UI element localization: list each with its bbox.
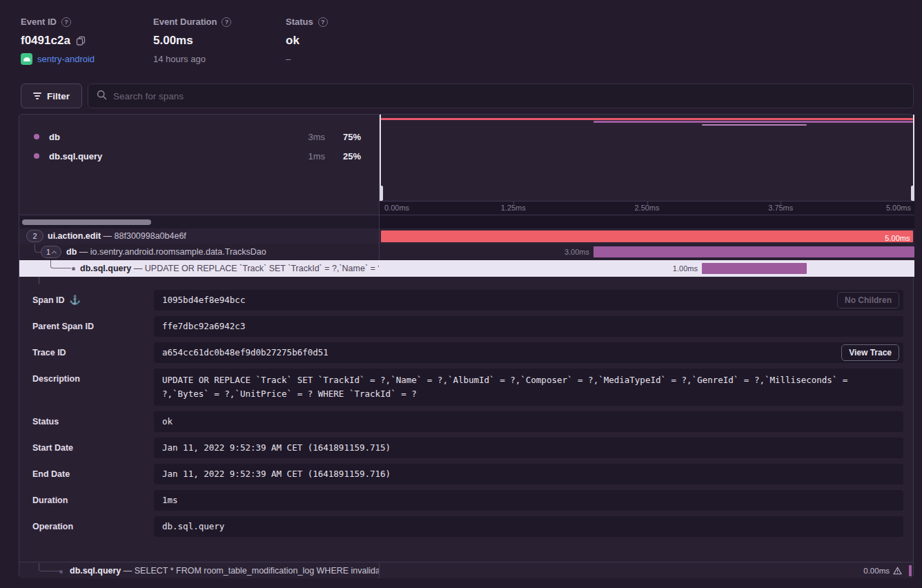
field-value-box: ffe7dbc92a6942c3 xyxy=(154,316,903,337)
status-sub-value: – xyxy=(286,54,328,64)
operation-field-value: db.sql.query xyxy=(154,516,903,537)
field-value-box: UPDATE OR REPLACE `Track` SET `TrackId` … xyxy=(154,369,903,406)
search-icon xyxy=(97,90,107,103)
op-breakdown-legend: db 3ms 75% db.sql.query 1ms 25% xyxy=(19,115,379,201)
minimap-span-line xyxy=(594,121,913,123)
event-id-label: Event ID xyxy=(21,17,57,27)
field-value-box: 1095bd4ef8e94bcc No Children xyxy=(154,290,903,311)
copy-icon[interactable] xyxy=(76,36,86,46)
tree-connector xyxy=(50,260,71,268)
help-icon[interactable]: ? xyxy=(318,17,328,27)
span-detail-page: Event ID ? f0491c2a sentry-android Event… xyxy=(0,0,922,588)
description-value: UPDATE OR REPLACE `Track` SET `TrackId` … xyxy=(154,369,903,405)
start-date-value: Jan 11, 2022 9:52:39 AM CET (1641891159.… xyxy=(154,438,903,458)
span-duration-label: 1.00ms xyxy=(673,260,698,277)
minimap-right-handle[interactable] xyxy=(913,115,914,187)
parent-span-id-value: ffe7dbc92a6942c3 xyxy=(154,316,903,337)
event-time-ago: 14 hours ago xyxy=(153,54,231,64)
minimap-span-line xyxy=(381,118,912,120)
detail-row-start-date: Start Date Jan 11, 2022 9:52:39 AM CET (… xyxy=(19,438,914,458)
span-row-db[interactable]: 1 db — io.sentry.android.roomsample.data… xyxy=(19,244,914,260)
span-row-bottom-db-sql-query[interactable]: db.sql.query — SELECT * FROM room_table_… xyxy=(19,562,913,578)
trace-view-panel: db 3ms 75% db.sql.query 1ms 25% 0.00ms 1… xyxy=(19,114,914,578)
duration-field-value: 1ms xyxy=(154,490,903,511)
span-duration-bar xyxy=(594,246,914,257)
status-section: Status ? ok – xyxy=(286,17,328,64)
span-op: db xyxy=(66,247,77,257)
detail-row-description: Description UPDATE OR REPLACE `Track` SE… xyxy=(19,369,914,406)
op-color-dot xyxy=(34,134,39,139)
detail-row-span-id: Span ID⚓ 1095bd4ef8e94bcc No Children xyxy=(19,290,914,311)
tree-leaf-dot xyxy=(59,570,63,574)
help-icon[interactable]: ? xyxy=(61,17,71,27)
op-color-dot xyxy=(34,153,39,159)
span-op: db.sql.query xyxy=(80,264,131,273)
tree-scroll-row xyxy=(19,215,914,228)
android-platform-icon xyxy=(21,53,32,65)
filter-button[interactable]: Filter xyxy=(21,84,82,108)
chevron-up-icon xyxy=(52,251,57,255)
tree-leaf-dot xyxy=(72,267,75,271)
field-value-box: 1ms xyxy=(154,490,903,511)
detail-row-operation: Operation db.sql.query xyxy=(19,516,914,537)
field-value-box: ok xyxy=(154,411,903,432)
event-duration-label: Event Duration xyxy=(153,17,217,27)
span-duration-bar: 5.00ms xyxy=(381,231,914,242)
tree-connector xyxy=(39,277,39,284)
span-description: — UPDATE OR REPLACE `Track` SET `TrackId… xyxy=(134,264,379,273)
field-value-box: Jan 11, 2022 9:52:39 AM CET (1641891159.… xyxy=(154,438,903,458)
event-id-value: f0491c2a xyxy=(21,34,70,48)
detail-row-status: Status ok xyxy=(19,411,914,432)
span-duration-label: 3.00ms xyxy=(565,244,589,260)
view-trace-button[interactable]: View Trace xyxy=(841,344,899,361)
minimap-span-line xyxy=(702,124,807,126)
span-op: ui.action.edit xyxy=(48,231,101,241)
field-value-box: Jan 11, 2022 9:52:39 AM CET (1641891159.… xyxy=(154,464,903,484)
span-id-value: 1095bd4ef8e94bcc xyxy=(154,290,903,311)
search-input[interactable] xyxy=(113,91,905,101)
status-label: Status xyxy=(286,17,313,27)
trace-minimap[interactable] xyxy=(379,115,914,201)
time-axis: 0.00ms 1.25ms 2.50ms 3.75ms 5.00ms xyxy=(379,201,914,215)
axis-tick-label: 1.25ms xyxy=(501,204,526,212)
axis-tick-label: 5.00ms xyxy=(886,204,911,212)
horizontal-scrollbar[interactable] xyxy=(22,219,151,225)
span-duration-label: 0.00ms xyxy=(863,562,890,578)
anchor-icon[interactable]: ⚓ xyxy=(70,290,81,311)
end-date-value: Jan 11, 2022 9:52:39 AM CET (1641891159.… xyxy=(154,464,903,484)
span-duration-label: 5.00ms xyxy=(885,231,910,244)
span-description: — io.sentry.android.roomsample.data.Trac… xyxy=(79,247,266,257)
axis-tick-label: 2.50ms xyxy=(634,204,659,212)
filter-icon xyxy=(33,92,41,99)
span-row-ui-action-edit[interactable]: 2 ui.action.edit — 88f300998a0b4e6f 5.00… xyxy=(19,228,914,244)
trace-id-value: a654cc61dc0b48ef9d0b27275b6f0d51 xyxy=(154,342,903,363)
legend-item-db[interactable]: db 3ms 75% xyxy=(19,127,379,146)
children-count-badge[interactable]: 2 xyxy=(26,230,43,242)
minimap-left-handle[interactable] xyxy=(380,115,381,187)
collapse-badge[interactable]: 1 xyxy=(41,246,61,258)
span-row-db-sql-query-selected[interactable]: db.sql.query — UPDATE OR REPLACE `Track`… xyxy=(19,260,914,277)
event-duration-value: 5.00ms xyxy=(153,34,193,48)
span-description: — SELECT * FROM room_table_modification_… xyxy=(124,566,379,576)
span-duration-bar xyxy=(909,565,912,576)
field-value-box: db.sql.query xyxy=(154,516,903,537)
axis-tick-label: 0.00ms xyxy=(384,204,409,212)
tree-connector xyxy=(35,244,41,253)
legend-item-db-sql-query[interactable]: db.sql.query 1ms 25% xyxy=(19,146,379,166)
field-value-box: a654cc61dc0b48ef9d0b27275b6f0d51 View Tr… xyxy=(154,342,903,363)
detail-row-end-date: End Date Jan 11, 2022 9:52:39 AM CET (16… xyxy=(19,464,914,484)
status-field-value: ok xyxy=(154,411,903,432)
no-children-button[interactable]: No Children xyxy=(837,292,899,308)
detail-row-parent-span-id: Parent Span ID ffe7dbc92a6942c3 xyxy=(19,316,914,337)
span-duration-bar xyxy=(702,263,807,274)
help-icon[interactable]: ? xyxy=(222,17,231,27)
detail-row-duration: Duration 1ms xyxy=(19,490,914,511)
detail-row-trace-id: Trace ID a654cc61dc0b48ef9d0b27275b6f0d5… xyxy=(19,342,914,363)
status-value: ok xyxy=(286,34,300,48)
span-description: — 88f300998a0b4e6f xyxy=(104,231,186,241)
axis-tick-label: 3.75ms xyxy=(768,204,793,212)
span-op: db.sql.query xyxy=(70,566,121,576)
event-id-section: Event ID ? f0491c2a sentry-android xyxy=(21,17,95,65)
event-duration-section: Event Duration ? 5.00ms 14 hours ago xyxy=(153,17,231,64)
project-link[interactable]: sentry-android xyxy=(37,54,95,64)
